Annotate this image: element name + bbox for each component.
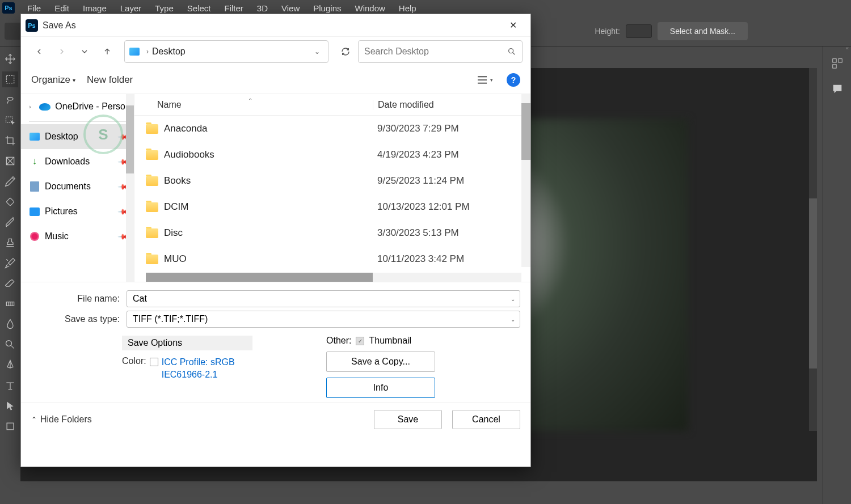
height-field[interactable]	[626, 24, 652, 38]
dodge-tool-icon[interactable]	[2, 337, 18, 353]
eyedropper-tool-icon[interactable]	[2, 173, 18, 189]
brush-tool-icon[interactable]	[2, 214, 18, 230]
sidebar-pictures[interactable]: Pictures 📌	[21, 199, 134, 224]
filelist-vscrollbar[interactable]	[521, 94, 530, 267]
chevron-down-icon[interactable]: ⌄	[511, 316, 515, 323]
save-button[interactable]: Save	[374, 410, 442, 429]
file-name-label: MUO	[164, 253, 187, 265]
file-row[interactable]: Disc3/30/2023 5:13 PM	[134, 220, 530, 246]
stamp-tool-icon[interactable]	[2, 235, 18, 251]
sidebar-scrollbar[interactable]	[126, 94, 134, 282]
other-label: Other:	[326, 336, 351, 346]
cancel-button[interactable]: Cancel	[452, 410, 520, 429]
nav-forward-button[interactable]	[52, 41, 72, 62]
menu-3d[interactable]: 3D	[250, 1, 275, 15]
file-date-label: 4/19/2023 4:23 PM	[373, 149, 530, 160]
organize-button[interactable]: Organize ▾	[31, 74, 75, 86]
refresh-button[interactable]	[335, 41, 356, 62]
onedrive-icon	[39, 103, 50, 111]
nav-back-button[interactable]	[29, 41, 49, 62]
lasso-tool-icon[interactable]	[2, 92, 18, 108]
chevron-down-icon[interactable]: ⌄	[511, 296, 515, 302]
info-button[interactable]: Info	[326, 378, 435, 398]
crop-tool-icon[interactable]	[2, 133, 18, 149]
menu-file[interactable]: File	[20, 1, 48, 15]
canvas-scrollbar-thumb[interactable]	[809, 198, 817, 369]
address-bar[interactable]: › Desktop ⌄	[124, 40, 328, 63]
hide-folders-button[interactable]: ⌃ Hide Folders	[31, 414, 92, 425]
history-brush-tool-icon[interactable]	[2, 255, 18, 271]
file-list-body: Anaconda9/30/2023 7:29 PM Audiobooks4/19…	[134, 116, 530, 282]
menu-select[interactable]: Select	[180, 1, 218, 15]
menu-window[interactable]: Window	[348, 1, 391, 15]
svg-rect-7	[832, 59, 836, 62]
sidebar-music[interactable]: Music 📌	[21, 224, 134, 249]
sidebar-desktop[interactable]: Desktop 📌	[21, 124, 134, 149]
scrollbar-thumb[interactable]	[126, 105, 134, 173]
menu-image[interactable]: Image	[76, 1, 113, 15]
icc-profile-link[interactable]: ICC Profile: sRGB IEC61966-2.1	[162, 356, 235, 382]
sidebar-item-label: Downloads	[45, 156, 90, 167]
column-header-date[interactable]: Date modified	[373, 100, 530, 110]
eraser-tool-icon[interactable]	[2, 276, 18, 291]
nav-recent-button[interactable]	[74, 41, 95, 62]
filename-input[interactable]: Cat ⌄	[127, 290, 520, 307]
chevron-right-icon[interactable]: ›	[29, 103, 35, 110]
file-row[interactable]: DCIM10/13/2023 12:01 PM	[134, 194, 530, 220]
file-row[interactable]: Books9/25/2023 11:24 PM	[134, 168, 530, 194]
thumbnail-label: Thumbnail	[369, 336, 411, 346]
scrollbar-thumb[interactable]	[521, 103, 530, 160]
thumbnail-checkbox[interactable]: ✓	[356, 337, 364, 345]
select-and-mask-button[interactable]: Select and Mask...	[658, 22, 748, 40]
sidebar-documents[interactable]: Documents 📌	[21, 174, 134, 199]
path-select-tool-icon[interactable]	[2, 398, 18, 414]
canvas-scrollbar[interactable]	[809, 68, 817, 431]
folder-icon	[146, 176, 158, 186]
new-folder-button[interactable]: New folder	[87, 74, 133, 86]
shape-tool-icon[interactable]	[2, 418, 18, 434]
sidebar-onedrive[interactable]: › OneDrive - Personal	[21, 94, 134, 119]
menu-help[interactable]: Help	[392, 1, 423, 15]
menu-filter[interactable]: Filter	[218, 1, 250, 15]
gradient-tool-icon[interactable]	[2, 296, 18, 312]
download-icon: ↓	[29, 157, 40, 166]
dialog-navbar: › Desktop ⌄	[21, 37, 530, 66]
type-tool-icon[interactable]	[2, 378, 18, 393]
nav-up-button[interactable]	[97, 41, 117, 62]
home-icon[interactable]	[5, 23, 22, 40]
pen-tool-icon[interactable]	[2, 357, 18, 373]
marquee-tool-icon[interactable]	[2, 71, 18, 87]
sidebar-downloads[interactable]: ↓ Downloads 📌	[21, 149, 134, 174]
comments-icon[interactable]	[828, 79, 847, 99]
scrollbar-thumb[interactable]	[146, 273, 373, 282]
frame-tool-icon[interactable]	[2, 153, 18, 169]
collapse-panel-icon[interactable]: «	[846, 45, 849, 51]
icc-profile-checkbox[interactable]	[150, 358, 158, 366]
column-header-name[interactable]: Name ⌃	[134, 100, 373, 110]
file-date-label: 10/11/2023 3:42 PM	[373, 253, 530, 265]
move-tool-icon[interactable]	[2, 51, 18, 67]
healing-tool-icon[interactable]	[2, 194, 18, 210]
menu-type[interactable]: Type	[148, 1, 180, 15]
file-row[interactable]: Anaconda9/30/2023 7:29 PM	[134, 116, 530, 142]
menu-view[interactable]: View	[275, 1, 306, 15]
file-row[interactable]: MUO10/11/2023 3:42 PM	[134, 246, 530, 272]
help-button[interactable]: ?	[507, 73, 520, 87]
address-dropdown-icon[interactable]: ⌄	[311, 45, 323, 58]
saveastype-select[interactable]: TIFF (*.TIF;*.TIFF) ⌄	[127, 311, 520, 328]
menu-plugins[interactable]: Plugins	[306, 1, 348, 15]
search-input[interactable]	[364, 46, 507, 57]
menu-edit[interactable]: Edit	[48, 1, 76, 15]
object-select-tool-icon[interactable]	[2, 112, 18, 128]
search-box[interactable]	[358, 40, 523, 63]
close-button[interactable]: ✕	[500, 16, 526, 35]
blur-tool-icon[interactable]	[2, 316, 18, 332]
save-copy-button[interactable]: Save a Copy...	[326, 351, 435, 372]
saveastype-label: Save as type:	[31, 314, 122, 324]
view-mode-button[interactable]: ▾	[474, 70, 495, 90]
height-label: Height:	[595, 27, 620, 36]
file-row[interactable]: Audiobooks4/19/2023 4:23 PM	[134, 142, 530, 168]
menu-layer[interactable]: Layer	[113, 1, 149, 15]
filelist-hscrollbar[interactable]	[146, 273, 521, 282]
libraries-icon[interactable]	[828, 53, 847, 73]
